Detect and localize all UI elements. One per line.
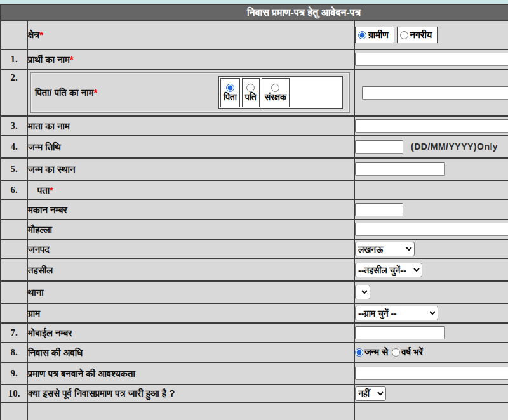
mother-name-label: माता का नाम — [27, 116, 354, 136]
row-date-of-birth: 4. जन्म तिथि (DD/MM/YYYY)Only — [1, 136, 508, 158]
row-number: 5. — [1, 158, 27, 180]
row-number: 10. — [1, 384, 27, 402]
house-number-label: मकान नम्बर — [27, 200, 354, 220]
row-clipped — [1, 402, 508, 420]
previous-certificate-label: क्या इससे पूर्व निवासप्रमाण पत्र जारी हु… — [27, 384, 354, 402]
row-number: 2. — [1, 69, 27, 116]
relation-option-guardian[interactable]: संरक्षक — [262, 78, 290, 107]
husband-radio[interactable] — [246, 84, 255, 92]
row-address-heading: 6. पता* — [1, 180, 508, 200]
area-option-rural[interactable]: ग्रामीण — [355, 27, 394, 43]
rural-radio[interactable] — [358, 31, 366, 39]
row-number — [1, 303, 27, 323]
applicant-name-input[interactable] — [355, 53, 508, 66]
thana-label: थाना — [27, 281, 354, 303]
thana-select[interactable] — [355, 285, 370, 299]
duration-option-enter-years[interactable]: वर्ष भरें — [392, 346, 423, 358]
urban-radio-label: नगरीय — [410, 29, 432, 41]
village-label: ग्राम — [27, 303, 354, 323]
row-certificate-purpose: 9. प्रमाण पत्र बनवाने की आवश्यकता — [1, 362, 508, 384]
enter-years-radio-label: वर्ष भरें — [401, 346, 423, 358]
mobile-number-input[interactable] — [355, 326, 445, 339]
urban-radio[interactable] — [400, 31, 408, 39]
birth-place-input[interactable] — [355, 162, 445, 176]
tehsil-label: तहसील — [27, 259, 354, 281]
mother-name-input[interactable] — [355, 119, 508, 133]
row-applicant-name: 1. प्रार्थी का नाम* — [1, 49, 508, 69]
row-number: 8. — [1, 343, 27, 362]
tehsil-select[interactable]: --तहसील चुनें-- — [355, 263, 422, 277]
date-format-hint: (DD/MM/YYYY)Only — [411, 141, 498, 152]
house-number-input[interactable] — [355, 203, 403, 216]
row-number: 6. — [1, 180, 27, 200]
row-village: ग्राम --ग्राम चुनें -- — [1, 303, 508, 323]
row-mobile-number: 7. मोबाईल नम्बर — [1, 323, 508, 343]
row-number: 9. — [1, 362, 27, 384]
row-number — [1, 259, 27, 281]
relation-option-husband[interactable]: पति — [242, 78, 260, 107]
required-asterisk: * — [39, 29, 43, 40]
district-label: जनपद — [27, 239, 354, 259]
area-label: क्षेत्र — [28, 29, 39, 40]
since-birth-radio[interactable] — [355, 348, 363, 357]
village-select[interactable]: --ग्राम चुनें -- — [355, 306, 438, 320]
father-radio-label: पिता — [224, 92, 237, 102]
row-mohalla: मौहल्ला — [1, 220, 508, 239]
required-asterisk: * — [93, 87, 97, 98]
residence-certificate-application-form: निवास प्रमाण-पत्र हेतु आवेदन-पत्र क्षेत्… — [0, 4, 508, 420]
row-mother-name: 3. माता का नाम — [1, 116, 508, 136]
row-thana: थाना — [1, 281, 508, 303]
father-husband-name-input[interactable] — [362, 86, 508, 100]
father-husband-label: पिता/ पति का नाम — [35, 87, 93, 98]
row-residence-duration: 8. निवास की अवधि जन्म से वर्ष भरें — [1, 343, 508, 362]
dob-label: जन्म तिथि — [27, 136, 354, 158]
row-number: 7. — [1, 323, 27, 343]
mobile-number-label: मोबाईल नम्बर — [27, 323, 354, 343]
row-number: 4. — [1, 136, 27, 158]
required-asterisk: * — [70, 54, 74, 65]
mohalla-input[interactable] — [355, 223, 508, 236]
birth-place-label: जन्म का स्थान — [27, 158, 354, 180]
row-number: 3. — [1, 116, 27, 136]
previous-certificate-select[interactable]: नहीं — [355, 386, 386, 401]
form-title: निवास प्रमाण-पत्र हेतु आवेदन-पत्र — [1, 4, 508, 20]
row-father-husband-name: 2. पिता/ पति का नाम* पिता पति — [1, 69, 508, 116]
guardian-radio-label: संरक्षक — [265, 92, 286, 102]
row-number — [1, 20, 27, 49]
row-tehsil: तहसील --तहसील चुनें-- — [1, 259, 508, 281]
row-previous-certificate: 10. क्या इससे पूर्व निवासप्रमाण पत्र जार… — [1, 384, 508, 402]
dob-input[interactable] — [355, 140, 403, 154]
district-select[interactable]: लखनऊ — [355, 242, 415, 256]
row-house-number: मकान नम्बर — [1, 200, 508, 220]
required-asterisk: * — [50, 185, 53, 195]
since-birth-radio-label: जन्म से — [364, 346, 388, 358]
row-birth-place: 5. जन्म का स्थान — [1, 158, 508, 180]
rural-radio-label: ग्रामीण — [368, 29, 389, 41]
row-number: 1. — [1, 49, 27, 69]
relation-radio-group: पिता पति संरक्षक — [218, 76, 343, 109]
area-option-urban[interactable]: नगरीय — [397, 27, 438, 43]
certificate-purpose-input[interactable] — [355, 367, 508, 380]
residence-duration-label: निवास की अवधि — [27, 343, 354, 362]
duration-option-since-birth[interactable]: जन्म से — [355, 346, 388, 358]
row-number — [1, 281, 27, 303]
father-radio[interactable] — [226, 84, 234, 92]
address-label: पता — [37, 185, 50, 195]
row-number — [1, 220, 27, 239]
enter-years-radio[interactable] — [392, 348, 400, 357]
row-area: क्षेत्र* ग्रामीण नगरीय — [1, 20, 508, 49]
certificate-purpose-label: प्रमाण पत्र बनवाने की आवश्यकता — [27, 362, 354, 384]
row-number — [1, 239, 27, 259]
husband-radio-label: पति — [245, 92, 257, 102]
guardian-radio[interactable] — [271, 84, 279, 92]
relation-fieldset: पिता/ पति का नाम* पिता पति संरक्षक — [30, 72, 350, 113]
row-number — [1, 200, 27, 220]
applicant-name-label: प्रार्थी का नाम — [28, 54, 70, 65]
relation-option-father[interactable]: पिता — [220, 78, 240, 107]
mohalla-label: मौहल्ला — [27, 220, 354, 239]
row-district: जनपद लखनऊ — [1, 239, 508, 259]
